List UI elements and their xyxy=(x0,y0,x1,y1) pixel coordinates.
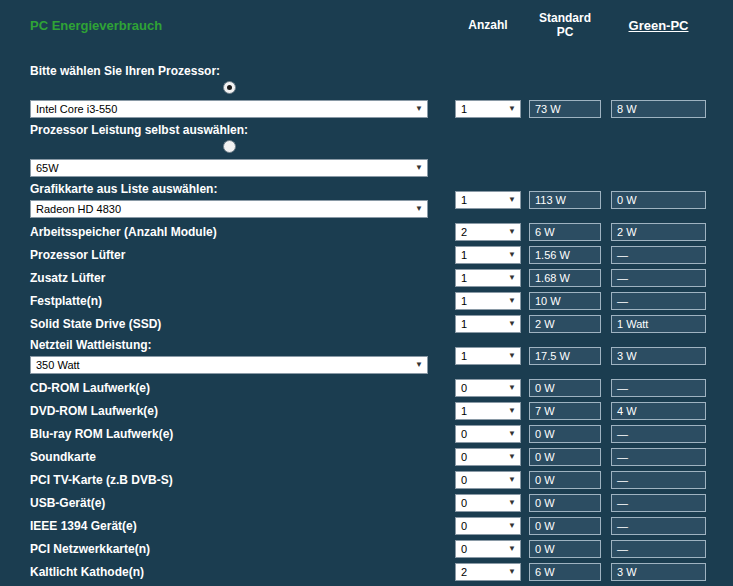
row-network-card: PCI Netzwerkkarte(n)0▼0 W— xyxy=(30,540,705,558)
standard-pc-column-header: Standard PC xyxy=(529,11,601,39)
dvdrom-standard-value[interactable]: 7 W xyxy=(529,402,601,420)
processor-select[interactable]: Intel Core i3-550▼ xyxy=(30,100,428,118)
chevron-down-icon: ▼ xyxy=(415,105,423,113)
chevron-down-icon: ▼ xyxy=(508,297,516,305)
dvdrom-anzahl-select-value: 1 xyxy=(461,405,467,417)
ieee1394-anzahl-select[interactable]: 0▼ xyxy=(455,517,521,535)
row-cdrom: CD-ROM Laufwerk(e)0▼0 W— xyxy=(30,379,705,397)
processor-standard-value[interactable]: 73 W xyxy=(529,100,601,118)
chevron-down-icon: ▼ xyxy=(508,522,516,530)
psu-anzahl-select[interactable]: 1▼ xyxy=(455,347,521,365)
psu-select[interactable]: 350 Watt▼ xyxy=(30,356,428,374)
chevron-down-icon: ▼ xyxy=(508,196,516,204)
graphics-green-value[interactable]: 0 W xyxy=(611,191,706,209)
row-usb-device: USB-Gerät(e)0▼0 W— xyxy=(30,494,705,512)
row-psu: Netzteil Wattleistung:350 Watt▼1▼17.5 W3… xyxy=(30,338,705,374)
psu-green-value[interactable]: 3 W xyxy=(611,347,706,365)
extra-fan-anzahl-select[interactable]: 1▼ xyxy=(455,269,521,287)
chevron-down-icon: ▼ xyxy=(508,384,516,392)
network-card-anzahl-select[interactable]: 0▼ xyxy=(455,540,521,558)
tv-card-standard-value[interactable]: 0 W xyxy=(529,471,601,489)
ssd-anzahl-select[interactable]: 1▼ xyxy=(455,315,521,333)
cpu-fan-standard-value[interactable]: 1.56 W xyxy=(529,246,601,264)
row-manual-power: 65W▼ xyxy=(30,159,705,177)
processor-choice-label: Bitte wählen Sie Ihren Prozessor: xyxy=(30,64,705,78)
anzahl-column-header: Anzahl xyxy=(455,18,521,32)
psu-label: Netzteil Wattleistung: xyxy=(30,338,428,352)
usb-device-standard-value[interactable]: 0 W xyxy=(529,494,601,512)
row-cpu-fan: Prozessor Lüfter1▼1.56 W— xyxy=(30,246,705,264)
usb-device-green-value[interactable]: — xyxy=(611,494,706,512)
bluray-anzahl-select[interactable]: 0▼ xyxy=(455,425,521,443)
usb-device-label: USB-Gerät(e) xyxy=(30,496,428,510)
processor-green-value[interactable]: 8 W xyxy=(611,100,706,118)
tv-card-green-value[interactable]: — xyxy=(611,471,706,489)
usb-device-anzahl-select[interactable]: 0▼ xyxy=(455,494,521,512)
row-processor: Intel Core i3-550▼1▼73 W8 W xyxy=(30,100,705,118)
cdrom-green-value[interactable]: — xyxy=(611,379,706,397)
cathode-anzahl-select[interactable]: 2▼ xyxy=(455,563,521,581)
standard-pc-header-line1: Standard xyxy=(539,11,591,25)
manual-power-select-value: 65W xyxy=(36,162,59,174)
hdd-green-value[interactable]: — xyxy=(611,292,706,310)
psu-block: Netzteil Wattleistung:350 Watt▼ xyxy=(30,338,428,374)
memory-green-value[interactable]: 2 W xyxy=(611,223,706,241)
cathode-green-value[interactable]: 3 W xyxy=(611,563,706,581)
chevron-down-icon: ▼ xyxy=(508,320,516,328)
cdrom-anzahl-select-value: 0 xyxy=(461,382,467,394)
cathode-standard-value[interactable]: 6 W xyxy=(529,563,601,581)
graphics-label: Grafikkarte aus Liste auswählen: xyxy=(30,182,428,196)
processor-anzahl-select-value: 1 xyxy=(461,103,467,115)
page-title: PC Energieverbrauch xyxy=(30,18,162,33)
row-bluray: Blu-ray ROM Laufwerk(e)0▼0 W— xyxy=(30,425,705,443)
graphics-anzahl-select-value: 1 xyxy=(461,194,467,206)
bluray-green-value[interactable]: — xyxy=(611,425,706,443)
dvdrom-green-value[interactable]: 4 W xyxy=(611,402,706,420)
manual-power-choice-radio[interactable] xyxy=(223,140,236,153)
network-card-label: PCI Netzwerkkarte(n) xyxy=(30,542,428,556)
tv-card-label: PCI TV-Karte (z.B DVB-S) xyxy=(30,473,428,487)
network-card-standard-value[interactable]: 0 W xyxy=(529,540,601,558)
soundcard-green-value[interactable]: — xyxy=(611,448,706,466)
row-extra-fan: Zusatz Lüfter1▼1.68 W— xyxy=(30,269,705,287)
cdrom-label: CD-ROM Laufwerk(e) xyxy=(30,381,428,395)
row-dvdrom: DVD-ROM Laufwerk(e)1▼7 W4 W xyxy=(30,402,705,420)
row-graphics: Grafikkarte aus Liste auswählen:Radeon H… xyxy=(30,182,705,218)
row-memory: Arbeitsspeicher (Anzahl Module)2▼6 W2 W xyxy=(30,223,705,241)
processor-choice-radio[interactable] xyxy=(223,81,236,94)
cpu-fan-anzahl-select[interactable]: 1▼ xyxy=(455,246,521,264)
soundcard-anzahl-select[interactable]: 0▼ xyxy=(455,448,521,466)
network-card-green-value[interactable]: — xyxy=(611,540,706,558)
memory-anzahl-select-value: 2 xyxy=(461,226,467,238)
psu-anzahl-select-value: 1 xyxy=(461,350,467,362)
cdrom-anzahl-select[interactable]: 0▼ xyxy=(455,379,521,397)
cpu-fan-green-value[interactable]: — xyxy=(611,246,706,264)
processor-anzahl-select[interactable]: 1▼ xyxy=(455,100,521,118)
soundcard-standard-value[interactable]: 0 W xyxy=(529,448,601,466)
hdd-anzahl-select[interactable]: 1▼ xyxy=(455,292,521,310)
extra-fan-standard-value[interactable]: 1.68 W xyxy=(529,269,601,287)
graphics-select[interactable]: Radeon HD 4830▼ xyxy=(30,200,428,218)
bluray-anzahl-select-value: 0 xyxy=(461,428,467,440)
graphics-anzahl-select[interactable]: 1▼ xyxy=(455,191,521,209)
tv-card-anzahl-select[interactable]: 0▼ xyxy=(455,471,521,489)
memory-label: Arbeitsspeicher (Anzahl Module) xyxy=(30,225,428,239)
chevron-down-icon: ▼ xyxy=(508,251,516,259)
ssd-standard-value[interactable]: 2 W xyxy=(529,315,601,333)
hdd-standard-value[interactable]: 10 W xyxy=(529,292,601,310)
graphics-standard-value[interactable]: 113 W xyxy=(529,191,601,209)
hdd-anzahl-select-value: 1 xyxy=(461,295,467,307)
memory-anzahl-select[interactable]: 2▼ xyxy=(455,223,521,241)
ssd-green-value[interactable]: 1 Watt xyxy=(611,315,706,333)
cdrom-standard-value[interactable]: 0 W xyxy=(529,379,601,397)
extra-fan-green-value[interactable]: — xyxy=(611,269,706,287)
title-cell: PC Energieverbrauch xyxy=(30,16,428,34)
psu-standard-value[interactable]: 17.5 W xyxy=(529,347,601,365)
ieee1394-green-value[interactable]: — xyxy=(611,517,706,535)
bluray-standard-value[interactable]: 0 W xyxy=(529,425,601,443)
dvdrom-anzahl-select[interactable]: 1▼ xyxy=(455,402,521,420)
ieee1394-standard-value[interactable]: 0 W xyxy=(529,517,601,535)
memory-standard-value[interactable]: 6 W xyxy=(529,223,601,241)
row-ieee1394: IEEE 1394 Gerät(e)0▼0 W— xyxy=(30,517,705,535)
manual-power-select[interactable]: 65W▼ xyxy=(30,159,428,177)
